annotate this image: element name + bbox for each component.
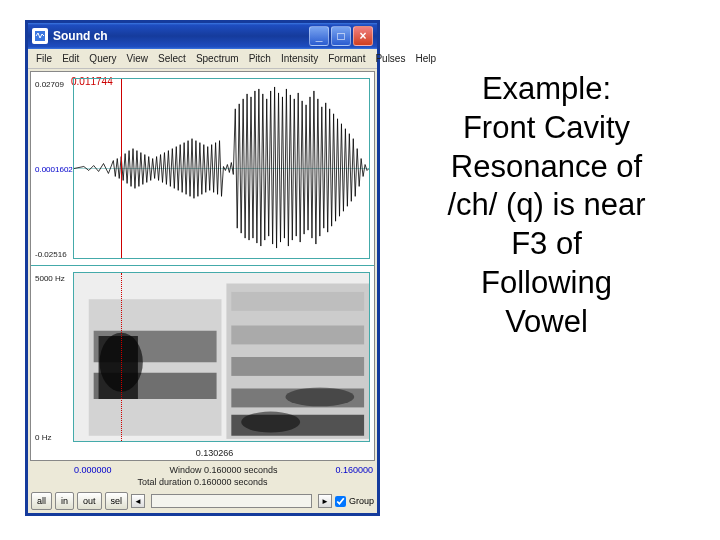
menu-file[interactable]: File xyxy=(32,52,56,65)
zoom-all-button[interactable]: all xyxy=(31,492,52,510)
window-duration[interactable]: Window 0.160000 seconds xyxy=(112,465,336,475)
close-button[interactable]: × xyxy=(353,26,373,46)
group-input[interactable] xyxy=(335,496,346,507)
window-title: Sound ch xyxy=(53,29,307,43)
svg-rect-11 xyxy=(231,357,364,376)
scroll-track[interactable] xyxy=(151,494,312,508)
toolbar: all in out sel ◄ ► Group xyxy=(28,489,377,513)
scroll-left-button[interactable]: ◄ xyxy=(131,494,145,508)
praat-sound-window: Sound ch _ □ × File Edit Query View Sele… xyxy=(25,20,380,516)
waveform-svg xyxy=(74,79,369,258)
wave-ymid: 0.0001602 xyxy=(35,165,73,174)
menu-view[interactable]: View xyxy=(123,52,153,65)
maximize-button[interactable]: □ xyxy=(331,26,351,46)
group-label: Group xyxy=(349,496,374,506)
spectrogram-canvas[interactable] xyxy=(73,272,370,442)
titlebar[interactable]: Sound ch _ □ × xyxy=(28,23,377,49)
menu-intensity[interactable]: Intensity xyxy=(277,52,322,65)
scroll-right-button[interactable]: ► xyxy=(318,494,332,508)
menu-pitch[interactable]: Pitch xyxy=(245,52,275,65)
time-cursor[interactable] xyxy=(121,79,122,258)
wave-ymin: -0.02516 xyxy=(35,250,67,259)
menu-select[interactable]: Select xyxy=(154,52,190,65)
minimize-button[interactable]: _ xyxy=(309,26,329,46)
slide-heading: Example: Front Cavity Resonance of /ch/ … xyxy=(447,70,645,540)
menubar: File Edit Query View Select Spectrum Pit… xyxy=(28,49,377,69)
slide-text-column: Example: Front Cavity Resonance of /ch/ … xyxy=(385,0,720,540)
zoom-out-button[interactable]: out xyxy=(77,492,102,510)
svg-rect-12 xyxy=(231,326,364,345)
spec-ymax: 5000 Hz xyxy=(35,274,65,283)
menu-spectrum[interactable]: Spectrum xyxy=(192,52,243,65)
total-duration[interactable]: Total duration 0.160000 seconds xyxy=(32,477,373,487)
time-info: 0.000000 Window 0.160000 seconds 0.16000… xyxy=(28,463,377,489)
spectrogram-pane[interactable]: 5000 Hz 0 Hz xyxy=(31,266,374,460)
menu-formant[interactable]: Formant xyxy=(324,52,369,65)
spec-cursor[interactable] xyxy=(121,273,122,441)
waveform-canvas[interactable] xyxy=(73,78,370,259)
visible-end[interactable]: 0.160000 xyxy=(335,465,373,475)
app-icon xyxy=(32,28,48,44)
plot-area: 0.011744 0.02709 0.0001602 -0.02516 5000… xyxy=(30,71,375,461)
spec-ymin: 0 Hz xyxy=(35,433,51,442)
group-checkbox[interactable]: Group xyxy=(335,496,374,507)
spectrogram-svg xyxy=(74,273,369,441)
zoom-sel-button[interactable]: sel xyxy=(105,492,129,510)
waveform-pane[interactable]: 0.02709 0.0001602 -0.02516 xyxy=(31,72,374,266)
zoom-in-button[interactable]: in xyxy=(55,492,74,510)
svg-rect-13 xyxy=(231,292,364,311)
svg-point-15 xyxy=(285,387,354,406)
menu-query[interactable]: Query xyxy=(85,52,120,65)
wave-ymax: 0.02709 xyxy=(35,80,64,89)
menu-edit[interactable]: Edit xyxy=(58,52,83,65)
svg-point-14 xyxy=(241,412,300,433)
visible-start[interactable]: 0.000000 xyxy=(74,465,112,475)
spec-cursor-bottom: 0.130266 xyxy=(196,448,234,458)
